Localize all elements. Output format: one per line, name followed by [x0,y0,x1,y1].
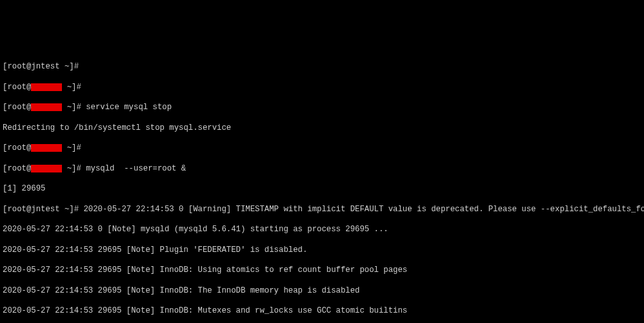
prompt-line: [root@ ~]# [3,143,641,154]
prompt-line: [root@ ~]# [3,83,641,93]
log-line: [root@jntest ~]# 2020-05-27 22:14:53 0 [… [3,205,641,215]
output-line: Redirecting to /bin/systemctl stop mysql… [3,123,641,134]
prompt-line: [root@jntest ~]# [3,62,641,72]
prompt-line: [root@ ~]# mysqld --user=root & [3,164,641,174]
redaction-block [31,165,62,172]
output-line: [1] 29695 [3,184,641,194]
log-line: 2020-05-27 22:14:53 29695 [Note] InnoDB:… [3,266,641,276]
log-line: 2020-05-27 22:14:53 29695 [Note] InnoDB:… [3,306,641,317]
prompt-line: [root@ ~]# service mysql stop [3,103,641,113]
redaction-block [31,144,62,152]
log-line: 2020-05-27 22:14:53 0 [Note] mysqld (mys… [3,225,641,235]
redaction-block [31,103,62,111]
redaction-block [31,83,62,91]
log-line: 2020-05-27 22:14:53 29695 [Note] Plugin … [3,245,641,256]
log-line: 2020-05-27 22:14:53 29695 [Note] InnoDB:… [3,286,641,297]
terminal-output[interactable]: [root@jntest ~]# [root@ ~]# [root@ ~]# s… [0,51,644,323]
